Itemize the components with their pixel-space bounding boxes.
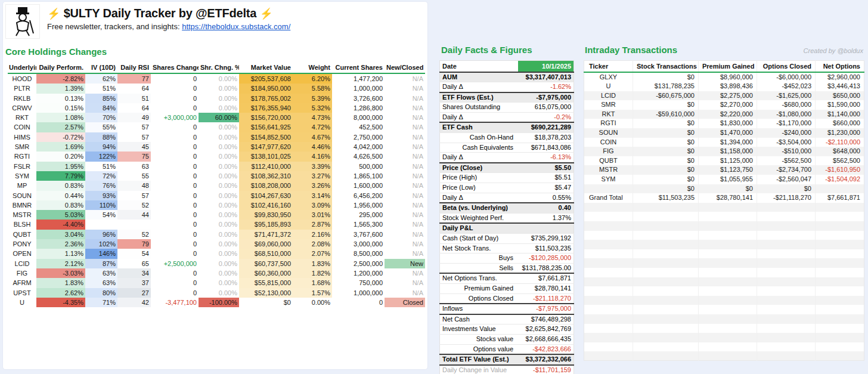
cell-stock-transactions: -$59,610,000 bbox=[633, 110, 699, 119]
cell-current-shares: 4,626,500 bbox=[332, 152, 385, 161]
cell-daily-performance: 1.13% bbox=[36, 249, 85, 258]
table-row: BLSH-4.40%00.00%$95,185,8932.87%1,565,30… bbox=[8, 220, 425, 229]
cell-ticker: PLTR bbox=[8, 84, 36, 93]
table-row: Buys-$120,285,000 bbox=[440, 254, 574, 264]
cell-shares-change-pct: 0.00% bbox=[199, 210, 239, 220]
table-row: Price (High)$5.51 bbox=[440, 173, 574, 183]
empty-row bbox=[584, 240, 864, 249]
fact-value: $7,661,871 bbox=[518, 273, 574, 283]
cell-market-value: $108,208,000 bbox=[239, 181, 293, 190]
cell-current-shares: 4,042,000 bbox=[332, 142, 385, 152]
cell-net-options: $650,000 bbox=[816, 91, 864, 101]
cell-premium-gained: $1,123,750 bbox=[699, 165, 757, 175]
cell-premium-gained bbox=[699, 286, 757, 296]
cell-premium-gained bbox=[699, 324, 757, 333]
cell-daily-rsi: 52 bbox=[117, 230, 151, 239]
table-row: Sells$131,788,235.00 bbox=[440, 263, 574, 273]
cell-shares-change-pct: 0.00% bbox=[199, 200, 239, 210]
fact-value: $746,489,298 bbox=[518, 314, 574, 324]
cell-net-options: $648,000 bbox=[816, 147, 864, 156]
cell-weight: 4.72% bbox=[293, 122, 332, 132]
cell-shares-change: +3,000,000 bbox=[151, 113, 199, 122]
cell-daily-rsi: 52 bbox=[117, 200, 151, 210]
cell-market-value: $71,471,372 bbox=[239, 230, 293, 239]
table-row: MP0.83%76%4800.00%$108,208,0003.26%1,600… bbox=[8, 181, 425, 190]
fact-value: $671,843,086 bbox=[518, 143, 574, 153]
table-row: Beta (vs. Underlying)0.40 bbox=[440, 203, 574, 213]
fact-label: Price (Low) bbox=[440, 183, 519, 193]
dashboard: ⚡ $ULTY Daily Tracker by @ETFdelta ⚡ Fre… bbox=[0, 0, 868, 374]
cell-ticker bbox=[584, 286, 633, 296]
cell-current-shares: 1,000,000 bbox=[332, 84, 385, 93]
cell-shares-change: 0 bbox=[151, 73, 199, 84]
cell-ticker: SOUN bbox=[8, 191, 36, 200]
cell-shares-change: 0 bbox=[151, 268, 199, 278]
grand-total-row: Grand Total$11,503,235$28,780,141-$21,11… bbox=[584, 193, 864, 203]
cell-market-value: $60,737,500 bbox=[239, 259, 293, 268]
cell-options-closed bbox=[757, 231, 816, 240]
cell-daily-performance: 0.83% bbox=[36, 181, 85, 190]
cell-premium-gained: $3,898,436 bbox=[699, 82, 757, 91]
cell-daily-rsi: 75 bbox=[117, 152, 151, 161]
cell-options-closed bbox=[757, 342, 816, 352]
cell-premium-gained bbox=[699, 221, 757, 231]
cell-shares-change-pct: 0.00% bbox=[199, 239, 239, 249]
table-row: Shares Outstanding615,075,000 bbox=[440, 103, 574, 113]
cell-net-options bbox=[816, 296, 864, 305]
cell-iv-10d: 51% bbox=[85, 84, 117, 93]
cell-ticker: HOOD bbox=[8, 73, 36, 84]
cell-weight: 3.14% bbox=[293, 191, 332, 200]
page-title-text: $ULTY Daily Tracker by @ETFdelta bbox=[64, 7, 257, 20]
fact-label: Daily Δ bbox=[440, 193, 519, 203]
empty-row bbox=[584, 333, 864, 342]
fact-value: $5.47 bbox=[518, 183, 574, 193]
fact-label: Daily Δ bbox=[440, 112, 519, 122]
cell-market-value: $95,185,893 bbox=[239, 220, 293, 229]
cell-current-shares: 3,726,600 bbox=[332, 94, 385, 103]
table-row: U$131,788,235$3,898,436-$452,023$3,446,4… bbox=[584, 82, 864, 91]
cell-daily-performance: 0.83% bbox=[36, 200, 85, 210]
cell-shares-change-pct: 0.00% bbox=[199, 73, 239, 84]
fact-label: Price (Close) bbox=[440, 163, 519, 173]
cell-current-shares: 8,000,000 bbox=[332, 113, 385, 122]
core-holdings-header-row: UnderlyingDaily Perform.IV (10D)Daily RS… bbox=[8, 62, 425, 73]
column-header: Ticker bbox=[584, 61, 633, 72]
cell-iv-10d: 94% bbox=[85, 142, 117, 152]
cell-ticker: RKT bbox=[8, 113, 36, 122]
table-row: Stocks value$2,668,666,435 bbox=[440, 334, 574, 344]
cell-current-shares: 750,000 bbox=[332, 278, 385, 288]
cell-ticker: SOUN bbox=[584, 128, 633, 138]
table-row: ETF Flows (Est.)-$7,975,000 bbox=[440, 92, 574, 103]
cell-premium-gained: $8,960,000 bbox=[699, 72, 757, 82]
cell-stock-transactions: $0 bbox=[633, 119, 699, 128]
cell-new-closed-status: N/A bbox=[385, 103, 425, 113]
cell-new-closed-status: Closed bbox=[385, 298, 425, 307]
cell-daily-rsi: 64 bbox=[117, 103, 151, 113]
newsletter-link[interactable]: https://theboldux.substack.com/ bbox=[182, 22, 290, 31]
cell-premium-gained: $1,055,955 bbox=[699, 175, 757, 184]
cell-ticker: SYM bbox=[584, 175, 633, 184]
cell-current-shares: 1,000,000 bbox=[332, 288, 385, 298]
cell-current-shares: 1,477,200 bbox=[332, 73, 385, 84]
cell-net-options bbox=[816, 342, 864, 352]
cell-premium-gained bbox=[699, 203, 757, 212]
daily-facts-table: Date 10/1/2025 AUM$3,317,407,013Daily Δ-… bbox=[439, 60, 574, 374]
cell-shares-change-pct: 60.00% bbox=[199, 113, 239, 122]
table-row: LCID2.12%87%65+2,500,0000.00%$60,737,500… bbox=[8, 259, 425, 268]
fact-value: -$11,701,159 bbox=[518, 365, 574, 374]
empty-row bbox=[584, 268, 864, 277]
cell-ticker: AFRM bbox=[8, 278, 36, 288]
table-row: HIMS-0.72%88%5700.00%$154,852,5004.67%2,… bbox=[8, 132, 425, 142]
cell-stock-transactions bbox=[633, 231, 699, 240]
cell-current-shares: 8,500,000 bbox=[332, 249, 385, 258]
cell-daily-performance: 2.36% bbox=[36, 239, 85, 249]
cell-shares-change-pct: 0.00% bbox=[199, 278, 239, 288]
fact-value: 1.37% bbox=[518, 213, 574, 223]
created-by-credit: Created by @boldux bbox=[804, 47, 863, 54]
cell-new-closed-status: N/A bbox=[385, 220, 425, 229]
cell-stock-transactions: $0 bbox=[633, 184, 699, 194]
cell-daily-performance: 0.13% bbox=[36, 94, 85, 103]
cell-weight: 5.39% bbox=[293, 94, 332, 103]
empty-row bbox=[584, 324, 864, 333]
cell-weight: 1.68% bbox=[293, 278, 332, 288]
